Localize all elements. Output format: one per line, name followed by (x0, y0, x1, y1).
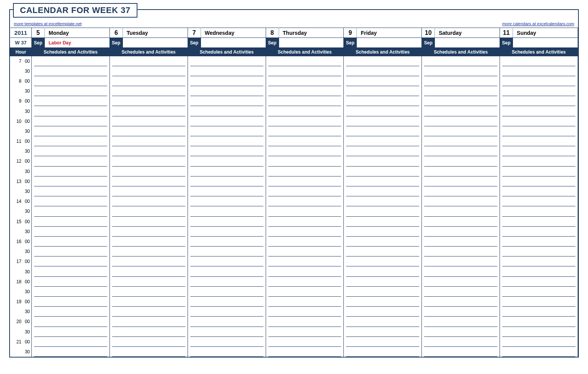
slot-cell[interactable] (109, 56, 188, 66)
slot-cell[interactable] (188, 347, 266, 357)
slot-cell[interactable] (422, 126, 500, 136)
slot-cell[interactable] (266, 217, 344, 227)
slot-cell[interactable] (32, 76, 110, 86)
slot-cell[interactable] (32, 256, 110, 266)
slot-cell[interactable] (266, 116, 344, 126)
slot-cell[interactable] (344, 347, 422, 357)
slot-cell[interactable] (422, 297, 500, 307)
slot-cell[interactable] (188, 146, 266, 156)
slot-cell[interactable] (422, 66, 500, 76)
slot-cell[interactable] (266, 146, 344, 156)
slot-cell[interactable] (109, 217, 188, 227)
slot-cell[interactable] (266, 167, 344, 176)
slot-cell[interactable] (188, 327, 266, 337)
slot-cell[interactable] (266, 206, 344, 216)
slot-cell[interactable] (500, 106, 578, 116)
slot-cell[interactable] (266, 126, 344, 136)
slot-cell[interactable] (32, 266, 110, 276)
slot-cell[interactable] (109, 196, 188, 206)
slot-cell[interactable] (188, 66, 266, 76)
slot-cell[interactable] (500, 337, 578, 347)
slot-cell[interactable] (32, 237, 110, 247)
slot-cell[interactable] (422, 96, 500, 106)
slot-cell[interactable] (32, 96, 110, 106)
slot-cell[interactable] (266, 277, 344, 287)
slot-cell[interactable] (109, 277, 188, 287)
slot-cell[interactable] (266, 256, 344, 266)
slot-cell[interactable] (500, 116, 578, 126)
slot-cell[interactable] (109, 347, 188, 357)
slot-cell[interactable] (188, 227, 266, 237)
slot-cell[interactable] (266, 337, 344, 347)
slot-cell[interactable] (32, 116, 110, 126)
slot-cell[interactable] (344, 76, 422, 86)
slot-cell[interactable] (422, 86, 500, 96)
slot-cell[interactable] (188, 266, 266, 276)
slot-cell[interactable] (500, 256, 578, 266)
slot-cell[interactable] (500, 217, 578, 227)
slot-cell[interactable] (109, 106, 188, 116)
slot-cell[interactable] (422, 317, 500, 327)
slot-cell[interactable] (344, 156, 422, 166)
slot-cell[interactable] (422, 337, 500, 347)
slot-cell[interactable] (422, 287, 500, 297)
slot-cell[interactable] (344, 186, 422, 196)
slot-cell[interactable] (266, 227, 344, 237)
slot-cell[interactable] (188, 86, 266, 96)
slot-cell[interactable] (500, 186, 578, 196)
slot-cell[interactable] (422, 146, 500, 156)
slot-cell[interactable] (109, 317, 188, 327)
slot-cell[interactable] (32, 327, 110, 337)
slot-cell[interactable] (500, 66, 578, 76)
slot-cell[interactable] (32, 186, 110, 196)
calendars-link[interactable]: more calendars at excelcalendars.com (502, 21, 574, 26)
slot-cell[interactable] (500, 247, 578, 256)
slot-cell[interactable] (500, 196, 578, 206)
slot-cell[interactable] (32, 146, 110, 156)
slot-cell[interactable] (188, 126, 266, 136)
slot-cell[interactable] (188, 196, 266, 206)
slot-cell[interactable] (500, 206, 578, 216)
slot-cell[interactable] (422, 167, 500, 176)
slot-cell[interactable] (32, 66, 110, 76)
slot-cell[interactable] (344, 287, 422, 297)
slot-cell[interactable] (188, 337, 266, 347)
slot-cell[interactable] (500, 86, 578, 96)
slot-cell[interactable] (344, 196, 422, 206)
slot-cell[interactable] (344, 277, 422, 287)
slot-cell[interactable] (188, 56, 266, 66)
slot-cell[interactable] (32, 176, 110, 186)
slot-cell[interactable] (266, 287, 344, 297)
slot-cell[interactable] (32, 196, 110, 206)
slot-cell[interactable] (32, 56, 110, 66)
slot-cell[interactable] (500, 56, 578, 66)
slot-cell[interactable] (422, 56, 500, 66)
slot-cell[interactable] (32, 297, 110, 307)
slot-cell[interactable] (500, 307, 578, 317)
slot-cell[interactable] (32, 227, 110, 237)
slot-cell[interactable] (500, 156, 578, 166)
slot-cell[interactable] (344, 96, 422, 106)
slot-cell[interactable] (188, 116, 266, 126)
slot-cell[interactable] (109, 307, 188, 317)
slot-cell[interactable] (344, 136, 422, 146)
slot-cell[interactable] (188, 96, 266, 106)
slot-cell[interactable] (32, 156, 110, 166)
slot-cell[interactable] (188, 176, 266, 186)
slot-cell[interactable] (109, 256, 188, 266)
slot-cell[interactable] (188, 317, 266, 327)
slot-cell[interactable] (266, 186, 344, 196)
slot-cell[interactable] (266, 56, 344, 66)
slot-cell[interactable] (32, 247, 110, 256)
slot-cell[interactable] (109, 287, 188, 297)
templates-link[interactable]: more templates at exceltemplate.net (14, 21, 82, 26)
slot-cell[interactable] (500, 287, 578, 297)
slot-cell[interactable] (32, 106, 110, 116)
slot-cell[interactable] (188, 237, 266, 247)
slot-cell[interactable] (344, 217, 422, 227)
slot-cell[interactable] (422, 186, 500, 196)
slot-cell[interactable] (188, 256, 266, 266)
slot-cell[interactable] (422, 206, 500, 216)
slot-cell[interactable] (266, 237, 344, 247)
slot-cell[interactable] (32, 287, 110, 297)
